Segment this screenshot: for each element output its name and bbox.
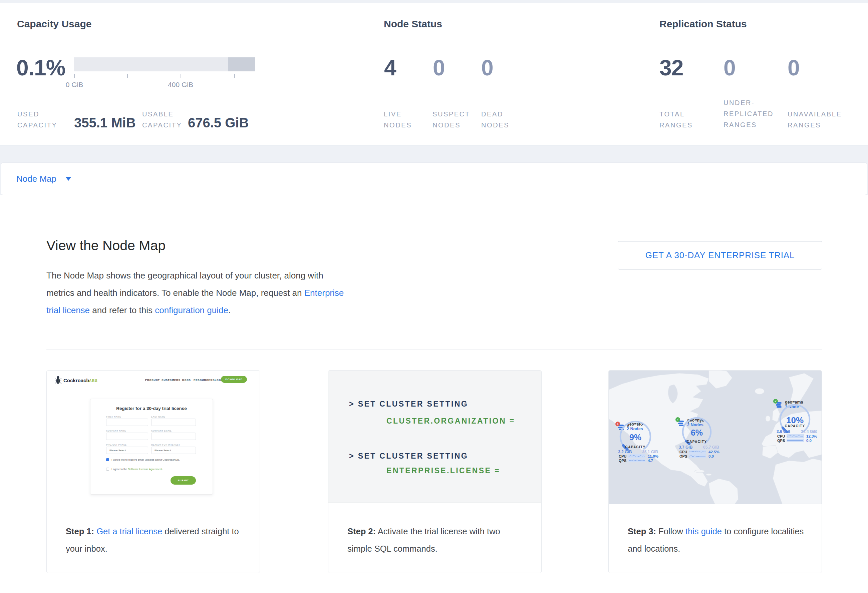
ams-cpu-label: CPU <box>777 434 785 438</box>
capacity-bar-reserved-segment <box>228 57 255 71</box>
mini-field-reason: REASON FOR INTEREST <box>151 444 180 446</box>
mini-nav-resources: RESOURCES <box>193 378 212 381</box>
mini-field-company-email: COMPANY EMAIL <box>151 430 171 432</box>
mini-license-agreement-link: Software License Agreement. <box>128 468 163 471</box>
description-text: . <box>228 305 230 315</box>
mini-field-company-name: COMPANY NAME <box>106 430 126 432</box>
nyc-capacity-total: 65.7 GiB <box>703 445 719 450</box>
sql-prompt: > <box>349 452 355 460</box>
ams-capacity-used: 3.6 GiB <box>776 429 790 434</box>
sql-snippet: > SET CLUSTER SETTING CLUSTER.ORGANIZATI… <box>328 371 541 503</box>
mini-checkbox-agree <box>106 468 109 471</box>
step-1-label: Step 1: <box>66 527 94 536</box>
nyc-cpu-label: CPU <box>679 450 687 454</box>
mini-select-project-phase: Please Select <box>106 447 148 454</box>
mini-nav-docs: DOCS <box>182 378 191 381</box>
get-trial-license-link[interactable]: Get a trial license <box>96 527 162 536</box>
live-nodes-label: LIVE NODES <box>384 109 415 131</box>
capacity-tick <box>127 74 128 78</box>
mini-input-company-email <box>151 433 196 440</box>
nyc-qps-value: 0.0 <box>709 454 714 458</box>
mini-field-first-name: FIRST NAME <box>106 416 121 418</box>
chevron-down-icon[interactable] <box>66 177 71 181</box>
cockroach-brand-suffix: LABS <box>86 378 98 383</box>
ams-qps-sparkline <box>787 438 804 442</box>
get-enterprise-trial-button-label: GET A 30-DAY ENTERPRISE TRIAL <box>645 250 795 260</box>
ams-qps-value: 0.0 <box>806 438 812 443</box>
step-3-text: Follow <box>656 527 685 536</box>
step-1-caption: Step 1: Get a trial license delivered st… <box>66 522 242 557</box>
ams-cpu-sparkline <box>787 434 804 438</box>
mini-agree-pre: I agree to the <box>111 468 128 471</box>
page-title: View the Node Map <box>46 239 165 253</box>
view-selector-bar: Node Map <box>1 162 867 195</box>
sfo-qps-value: 4.7 <box>648 459 653 463</box>
nyc-cpu-sparkline <box>689 450 706 453</box>
sql-command-text: SET CLUSTER SETTING <box>358 452 468 460</box>
sql-command-line: > SET CLUSTER SETTING <box>349 400 468 409</box>
view-selector-nodemap[interactable]: Node Map <box>16 174 56 184</box>
replication-status-title: Replication Status <box>660 19 747 29</box>
configuration-guide-link[interactable]: configuration guide <box>155 305 228 315</box>
capacity-tick <box>74 74 75 78</box>
capacity-usage-title: Capacity Usage <box>17 19 92 29</box>
sfo-qps-sparkline <box>628 459 645 462</box>
nodemap-description: The Node Map shows the geographical layo… <box>46 267 353 319</box>
step-2-label: Step 2: <box>347 527 376 536</box>
nyc-capacity-percent: 6% <box>683 428 710 438</box>
description-text: The Node Map shows the geographical layo… <box>46 271 323 298</box>
mini-submit-label: SUBMIT <box>177 479 189 482</box>
dead-nodes-label: DEAD NODES <box>481 109 518 131</box>
mini-input-company-name <box>106 433 148 440</box>
capacity-tick <box>234 74 235 78</box>
ams-capacity-label: CAPACITY <box>782 424 808 428</box>
total-ranges-value: 32 <box>660 57 683 79</box>
ams-cpu-value: 12.3% <box>806 434 817 438</box>
sql-arg-license: ENTERPRISE.LICENSE = <box>387 466 500 475</box>
nyc-capacity-label: CAPACITY <box>683 440 710 444</box>
capacity-tick-label-400: 400 GiB <box>164 81 197 89</box>
mini-nav-blog: BLOG <box>213 378 221 381</box>
sql-command-text: SET CLUSTER SETTING <box>358 400 468 408</box>
mini-form-title: Register for a 30-day trial license <box>90 406 213 411</box>
capacity-percent: 0.1% <box>16 57 65 79</box>
mini-register-form: Register for a 30-day trial license FIRS… <box>90 399 213 494</box>
usable-capacity-label: USABLE CAPACITY <box>142 109 186 131</box>
sfo-cpu-sparkline <box>628 454 645 458</box>
ams-qps-label: QPS <box>777 438 785 443</box>
used-capacity-label: USED CAPACITY <box>17 109 61 131</box>
sql-command-line: > SET CLUSTER SETTING <box>349 452 468 461</box>
step-3-label: Step 3: <box>628 527 656 536</box>
sfo-capacity-label: CAPACITY <box>622 445 649 449</box>
description-text: and refer to this <box>90 305 155 315</box>
mini-download-button: DOWNLOAD <box>221 376 247 383</box>
mini-field-last-name: LAST NAME <box>151 416 165 418</box>
get-enterprise-trial-button[interactable]: GET A 30-DAY ENTERPRISE TRIAL <box>618 241 822 269</box>
suspect-nodes-value: 0 <box>433 57 445 79</box>
capacity-bar <box>74 57 255 71</box>
under-replicated-label: UNDER-REPLICATED RANGES <box>723 97 785 130</box>
unavailable-ranges-value: 0 <box>788 57 800 79</box>
mini-download-label: DOWNLOAD <box>225 378 242 381</box>
sql-arg-organization: CLUSTER.ORGANIZATION = <box>387 416 515 425</box>
trial-license-screenshot: Cockroach LABS PRODUCT CUSTOMERS DOCS RE… <box>47 371 260 517</box>
mini-checkbox-agree-label: I agree to the Software License Agreemen… <box>111 468 163 471</box>
suspect-nodes-label: SUSPECT NODES <box>433 109 476 131</box>
mini-field-project-phase: PROJECT PHASE <box>106 444 127 446</box>
step-2-caption: Step 2: Activate the trial license with … <box>347 522 524 557</box>
used-capacity-value: 355.1 MiB <box>74 116 136 129</box>
nyc-cpu-value: 42.5% <box>709 450 719 454</box>
sfo-cpu-value: 11.0% <box>648 454 658 458</box>
step-card-sql-commands: > SET CLUSTER SETTING CLUSTER.ORGANIZATI… <box>328 370 542 573</box>
mini-submit-button: SUBMIT <box>171 476 196 485</box>
dead-nodes-value: 0 <box>481 57 493 79</box>
nyc-qps-sparkline <box>689 454 706 458</box>
capacity-tick <box>180 74 181 78</box>
capacity-tick-label-0: 0 GiB <box>58 81 91 89</box>
nyc-qps-label: QPS <box>679 454 687 458</box>
mini-checkbox-updates-label: I would like to receive email updates ab… <box>111 458 180 461</box>
this-guide-link[interactable]: this guide <box>685 527 722 536</box>
cockroach-logo-icon <box>55 376 61 385</box>
ams-capacity-total: 34.4 GiB <box>801 429 817 434</box>
mini-select-placeholder: Please Select <box>109 449 126 452</box>
